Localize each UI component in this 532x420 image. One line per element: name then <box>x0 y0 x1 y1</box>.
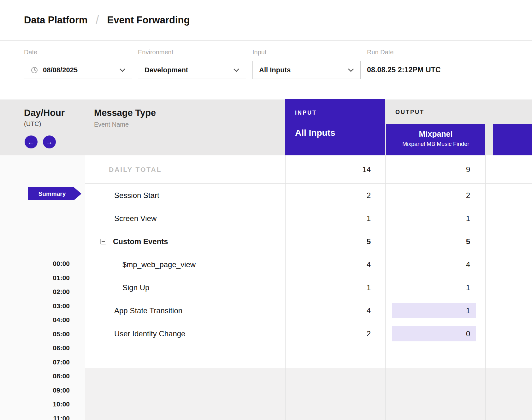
output-column-header-mixpanel[interactable]: Mixpanel Mixpanel MB Music Finder <box>386 124 485 155</box>
collapse-toggle-icon[interactable] <box>100 239 106 244</box>
table-row: Custom Events 5 5 <box>85 230 532 253</box>
hour-row-label[interactable]: 05:00 <box>0 327 70 341</box>
grid-footer-area <box>85 368 532 420</box>
arrow-left-icon: ← <box>28 138 34 146</box>
date-dropdown-value: 08/08/2025 <box>43 66 78 74</box>
input-dropdown[interactable]: All Inputs <box>252 61 361 79</box>
event-name: App State Transition <box>85 306 285 315</box>
table-row: $mp_web_page_view 4 4 <box>85 253 532 276</box>
day-hour-title: Day/Hour <box>24 108 65 118</box>
event-rows: Session Start 2 2 Screen View 1 1 Custom… <box>85 184 532 345</box>
column-divider <box>285 155 286 420</box>
output-count: 5 <box>466 237 485 246</box>
event-name: $mp_web_page_view <box>85 260 285 269</box>
environment-dropdown[interactable]: Development <box>138 61 246 79</box>
output-count: 1 <box>466 214 485 223</box>
event-name: Screen View <box>85 214 285 223</box>
hour-row-label[interactable]: 09:00 <box>0 383 70 398</box>
run-date: Run Date 08.08.25 2:12PM UTC <box>367 49 441 74</box>
breadcrumb: Data Platform / Event Forwarding <box>24 14 190 27</box>
input-column-label: INPUT <box>295 110 385 116</box>
output-count-highlighted: 1 <box>392 303 476 318</box>
message-type-subtitle: Event Name <box>94 121 156 128</box>
message-type-title: Message Type <box>94 108 156 118</box>
day-hour-header: Day/Hour (UTC) <box>24 108 65 128</box>
summary-row-selector[interactable]: Summary <box>28 187 81 200</box>
daily-total-input-value: 14 <box>285 165 385 174</box>
date-dropdown[interactable]: 08/08/2025 <box>24 61 132 79</box>
hour-row-label[interactable]: 03:00 <box>0 299 70 313</box>
previous-day-button[interactable]: ← <box>25 135 38 148</box>
hour-row-label[interactable]: 06:00 <box>0 341 70 355</box>
column-divider <box>485 155 486 420</box>
output-column-subtitle: Mixpanel MB Music Finder <box>386 141 485 147</box>
output-section-label: OUTPUT <box>395 109 424 116</box>
daily-total-output-value: 9 <box>385 165 485 174</box>
event-name: Session Start <box>85 191 285 200</box>
input-count: 1 <box>285 283 385 292</box>
input-count: 4 <box>285 260 385 269</box>
input-count: 5 <box>285 237 385 246</box>
date-filter-label: Date <box>24 49 132 56</box>
column-divider <box>385 155 386 420</box>
column-divider <box>493 155 493 420</box>
environment-dropdown-value: Development <box>145 66 188 74</box>
chevron-down-icon <box>119 68 126 72</box>
input-count: 1 <box>285 214 385 223</box>
hour-row-label[interactable]: 11:00 <box>0 411 70 420</box>
hour-list: 00:00 01:00 02:00 03:00 04:00 05:00 06:0… <box>0 257 70 420</box>
top-bar: Data Platform / Event Forwarding <box>0 0 532 41</box>
forwarding-grid: Day/Hour (UTC) ← → Message Type Event Na… <box>0 99 532 420</box>
hour-row-label[interactable]: 04:00 <box>0 313 70 327</box>
output-count-highlighted: 0 <box>392 326 476 341</box>
hour-row-label[interactable]: 10:00 <box>0 397 70 411</box>
input-dropdown-value: All Inputs <box>259 66 291 74</box>
run-date-value: 08.08.25 2:12PM UTC <box>367 66 441 74</box>
hour-column: Summary 00:00 01:00 02:00 03:00 04:00 05… <box>0 155 85 420</box>
input-count: 2 <box>285 191 385 200</box>
input-filter-label: Input <box>252 49 361 56</box>
input-filter: Input All Inputs <box>252 49 361 79</box>
environment-filter: Environment Development <box>138 49 246 79</box>
table-row: Session Start 2 2 <box>85 184 532 207</box>
output-column-title: Mixpanel <box>386 129 485 139</box>
table-row: Screen View 1 1 <box>85 207 532 230</box>
event-name: Sign Up <box>85 283 285 292</box>
output-count: 2 <box>466 191 485 200</box>
day-nav-buttons: ← → <box>25 135 56 148</box>
chevron-down-icon <box>348 68 354 72</box>
table-row: Sign Up 1 1 <box>85 276 532 299</box>
event-name: User Identity Change <box>85 329 285 338</box>
hour-row-label[interactable]: 07:00 <box>0 355 70 369</box>
input-count: 2 <box>285 329 385 338</box>
message-type-header: Message Type Event Name <box>94 108 156 128</box>
hour-row-label[interactable]: 00:00 <box>0 257 70 271</box>
environment-filter-label: Environment <box>138 49 246 56</box>
breadcrumb-event-forwarding[interactable]: Event Forwarding <box>107 15 190 26</box>
hour-row-label[interactable]: 02:00 <box>0 285 70 299</box>
breadcrumb-data-platform[interactable]: Data Platform <box>24 15 88 26</box>
output-count: 4 <box>466 260 485 269</box>
table-row: App State Transition 4 1 <box>85 299 532 322</box>
daily-total-label: DAILY TOTAL <box>85 166 285 173</box>
input-column-value: All Inputs <box>295 128 385 138</box>
next-day-button[interactable]: → <box>43 135 56 148</box>
output-column-header-partial[interactable] <box>493 124 532 155</box>
hour-row-label[interactable]: 08:00 <box>0 369 70 383</box>
filter-bar: Date 08/08/2025 Environment Development … <box>0 41 532 99</box>
chevron-down-icon <box>233 68 239 72</box>
breadcrumb-separator: / <box>96 13 99 27</box>
hour-row-label[interactable]: 01:00 <box>0 271 70 285</box>
clock-icon <box>31 66 38 74</box>
input-column-header[interactable]: INPUT All Inputs <box>285 99 385 155</box>
day-hour-subtitle: (UTC) <box>24 120 65 128</box>
daily-total-row: DAILY TOTAL 14 9 <box>85 155 532 184</box>
arrow-right-icon: → <box>46 138 53 146</box>
date-filter: Date 08/08/2025 <box>24 49 132 79</box>
run-date-label: Run Date <box>367 49 441 56</box>
event-name: Custom Events <box>113 237 168 246</box>
table-row: User Identity Change 2 0 <box>85 322 532 345</box>
output-count: 1 <box>466 283 485 292</box>
input-count: 4 <box>285 306 385 315</box>
